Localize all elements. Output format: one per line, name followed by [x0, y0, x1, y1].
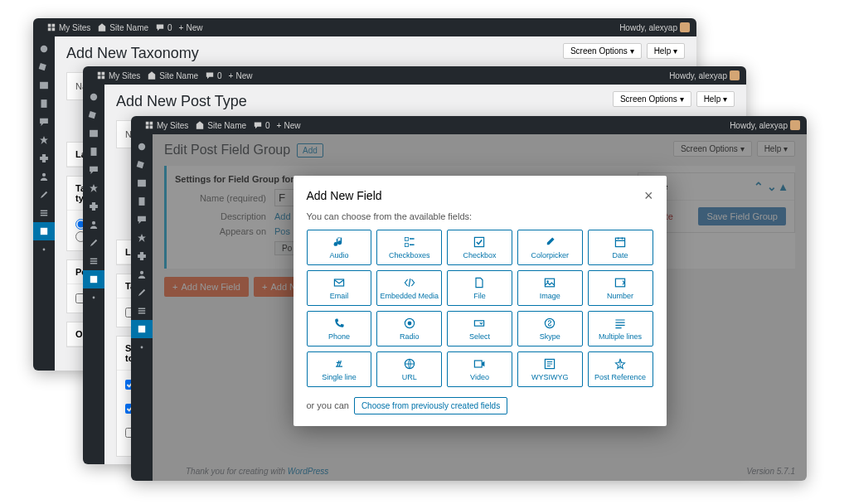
- sidebar-posts-icon[interactable]: [131, 156, 153, 174]
- sidebar-settings-icon[interactable]: [33, 204, 55, 222]
- screen-options-button[interactable]: Screen Options ▾: [613, 91, 691, 107]
- svg-rect-9: [90, 130, 98, 137]
- field-option-post-reference[interactable]: Post Reference: [588, 351, 653, 387]
- sidebar-toolset-icon[interactable]: [33, 222, 55, 240]
- sidebar-toolset-icon[interactable]: [131, 320, 153, 338]
- svg-point-11: [92, 221, 95, 225]
- svg-point-15: [138, 143, 145, 150]
- svg-rect-17: [139, 197, 145, 206]
- my-sites-link[interactable]: My Sites: [46, 22, 90, 32]
- my-sites-link[interactable]: My Sites: [96, 70, 140, 80]
- svg-point-18: [140, 271, 143, 274]
- embedded-media-icon: [403, 276, 416, 289]
- field-option-phone[interactable]: Phone: [307, 311, 372, 346]
- my-sites-link[interactable]: My Sites: [144, 120, 188, 130]
- close-icon[interactable]: ×: [644, 187, 653, 205]
- sidebar-appearance-icon[interactable]: [33, 131, 55, 149]
- sidebar-comments-icon[interactable]: [33, 113, 55, 131]
- sidebar-dashboard-icon[interactable]: [83, 88, 104, 106]
- sidebar-posts-icon[interactable]: [33, 58, 55, 76]
- sidebar-settings-icon[interactable]: [131, 302, 153, 320]
- sidebar-pages-icon[interactable]: [83, 143, 104, 161]
- sidebar-users-icon[interactable]: [131, 265, 153, 284]
- sidebar-comments-icon[interactable]: [131, 211, 153, 229]
- sidebar-tools-icon[interactable]: [83, 234, 104, 252]
- howdy-link[interactable]: Howdy, alexyap: [730, 120, 800, 130]
- field-option-number[interactable]: Number: [588, 270, 653, 306]
- field-option-url[interactable]: URL: [376, 351, 442, 387]
- field-option-single-line[interactable]: Single line: [307, 351, 372, 387]
- sidebar-plugins-icon[interactable]: [33, 149, 55, 167]
- sidebar-media-icon[interactable]: [131, 174, 153, 192]
- date-icon: [614, 235, 627, 249]
- colorpicker-icon: [543, 235, 556, 249]
- howdy-link[interactable]: Howdy, alexyap: [669, 70, 740, 80]
- comments-link[interactable]: 0: [253, 120, 270, 130]
- site-name-link[interactable]: Site Name: [147, 70, 198, 80]
- sidebar-users-icon[interactable]: [33, 167, 55, 186]
- field-option-video[interactable]: Video: [447, 351, 512, 387]
- field-option-file[interactable]: File: [447, 270, 512, 306]
- sidebar-settings-icon[interactable]: [83, 252, 104, 270]
- post-reference-icon: [614, 357, 627, 371]
- audio-icon: [332, 235, 346, 249]
- field-option-checkboxes[interactable]: Checkboxes: [376, 230, 442, 265]
- sidebar-pages-icon[interactable]: [33, 94, 55, 113]
- sidebar-collapse-icon[interactable]: [33, 240, 55, 259]
- sidebar-media-icon[interactable]: [33, 76, 55, 94]
- field-option-image[interactable]: Image: [517, 270, 583, 306]
- sidebar-plugins-icon[interactable]: [131, 247, 153, 265]
- sidebar-appearance-icon[interactable]: [83, 179, 104, 197]
- svg-rect-22: [405, 243, 408, 246]
- field-option-wysiwyg[interactable]: WYSIWYG: [517, 351, 583, 387]
- field-option-date[interactable]: Date: [588, 230, 653, 265]
- field-option-skype[interactable]: Skype: [517, 311, 583, 346]
- field-option-checkbox[interactable]: Checkbox: [447, 230, 512, 265]
- site-name-link[interactable]: Site Name: [97, 22, 148, 32]
- help-button[interactable]: Help ▾: [647, 43, 685, 59]
- svg-point-30: [407, 321, 411, 325]
- howdy-link[interactable]: Howdy, alexyap: [619, 22, 690, 32]
- sidebar-dashboard-icon[interactable]: [131, 138, 153, 156]
- field-option-multiple-lines[interactable]: Multiple lines: [588, 311, 653, 346]
- svg-rect-2: [40, 82, 48, 89]
- field-option-audio[interactable]: Audio: [307, 230, 372, 265]
- comments-link[interactable]: 0: [205, 70, 222, 80]
- site-name-link[interactable]: Site Name: [195, 120, 246, 130]
- field-option-embedded-media[interactable]: Embedded Media: [376, 270, 442, 306]
- choose-previous-button[interactable]: Choose from previously created fields: [354, 397, 507, 414]
- comments-link[interactable]: 0: [155, 22, 172, 32]
- sidebar-users-icon[interactable]: [83, 216, 104, 234]
- sidebar-tools-icon[interactable]: [131, 284, 153, 302]
- field-option-select[interactable]: Select: [447, 311, 512, 346]
- sidebar-media-icon[interactable]: [83, 124, 104, 143]
- sidebar-collapse-icon[interactable]: [83, 288, 104, 307]
- new-link[interactable]: + New: [229, 71, 253, 80]
- svg-rect-19: [138, 326, 145, 332]
- video-icon: [473, 357, 486, 371]
- help-button[interactable]: Help ▾: [696, 91, 735, 107]
- file-icon: [473, 276, 486, 289]
- sidebar-toolset-icon[interactable]: [83, 270, 104, 288]
- svg-rect-34: [475, 361, 483, 367]
- sidebar-comments-icon[interactable]: [83, 161, 104, 179]
- svg-rect-28: [615, 279, 624, 287]
- modal-title: Add New Field: [307, 189, 382, 202]
- sidebar-collapse-icon[interactable]: [131, 338, 153, 356]
- field-option-email[interactable]: Email: [307, 270, 372, 306]
- svg-rect-24: [615, 238, 624, 246]
- sidebar-tools-icon[interactable]: [33, 186, 55, 204]
- svg-rect-5: [41, 228, 47, 235]
- new-link[interactable]: + New: [179, 23, 203, 32]
- phone-icon: [332, 317, 346, 330]
- new-link[interactable]: + New: [277, 121, 301, 130]
- sidebar-plugins-icon[interactable]: [83, 197, 104, 216]
- field-option-colorpicker[interactable]: Colorpicker: [517, 230, 583, 265]
- screen-options-button[interactable]: Screen Options ▾: [563, 43, 642, 59]
- sidebar-pages-icon[interactable]: [131, 192, 153, 211]
- field-option-radio[interactable]: Radio: [376, 311, 442, 346]
- sidebar-appearance-icon[interactable]: [131, 229, 153, 247]
- sidebar-dashboard-icon[interactable]: [33, 40, 55, 58]
- sidebar-posts-icon[interactable]: [83, 106, 104, 124]
- number-icon: [614, 276, 627, 289]
